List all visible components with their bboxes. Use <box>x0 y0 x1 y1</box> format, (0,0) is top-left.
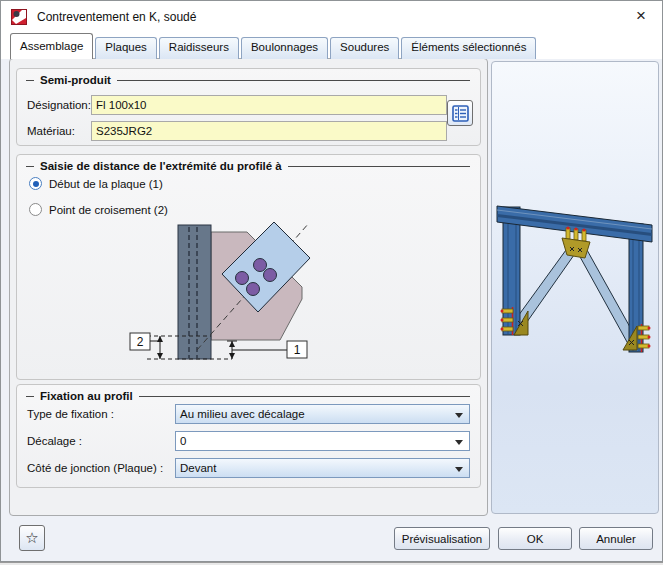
cote-de-jonction-label: Côté de jonction (Plaque) : <box>27 462 175 474</box>
decalage-combobox[interactable]: 0 <box>175 431 470 451</box>
selected-value: Devant <box>180 462 216 474</box>
k-bracing-preview <box>492 62 659 514</box>
preview-viewport-3d[interactable] <box>491 61 659 514</box>
distance-diagram: 2 1 <box>129 213 385 371</box>
group-header-line <box>139 396 470 397</box>
title-bar: Contreventement en K, soudé × <box>1 1 662 33</box>
bolt <box>247 283 260 296</box>
tab-assemblage[interactable]: Assemblage <box>10 33 93 59</box>
radio-button-checked <box>29 177 42 190</box>
anchor-tab <box>638 326 649 330</box>
tab-page-assemblage: Semi-produit Désignation: Matériau: <box>9 58 488 516</box>
chevron-down-icon <box>455 440 463 445</box>
group-header-dash <box>26 80 34 81</box>
close-icon[interactable]: × <box>630 5 652 27</box>
star-icon: ☆ <box>25 529 38 546</box>
group-semi-produit: Semi-produit Désignation: Matériau: <box>16 68 481 146</box>
designation-label: Désignation: <box>27 99 91 111</box>
cancel-button[interactable]: Annuler <box>579 527 653 550</box>
type-de-fixation-select[interactable]: Au milieu avec décalage <box>175 404 470 424</box>
dialog-window: Contreventement en K, soudé × Assemblage… <box>0 0 663 562</box>
dimension-label-2: 2 <box>137 335 144 349</box>
type-de-fixation-label: Type de fixation : <box>27 408 175 420</box>
chevron-down-icon <box>455 413 463 418</box>
chevron-down-icon <box>455 467 463 472</box>
beam-tab-plate <box>582 230 586 241</box>
radio-label: Début de la plaque (1) <box>49 178 163 190</box>
tab-bar: Assemblage Plaques Raidisseurs Boulonnag… <box>10 33 538 59</box>
window-title: Contreventement en K, soudé <box>37 10 196 24</box>
group-header-line <box>117 80 470 81</box>
anchor-tab <box>638 335 649 339</box>
preview-button[interactable]: Prévisualisation <box>394 527 490 550</box>
group-header-dash <box>26 396 34 397</box>
beam-tab-plate <box>566 228 570 239</box>
section-browse-button[interactable] <box>447 100 473 126</box>
dimension-label-1: 1 <box>294 343 301 357</box>
group-header-dash <box>26 166 34 167</box>
materiau-input[interactable] <box>91 121 447 141</box>
beam-tab-plate <box>574 229 578 240</box>
anchor-tab <box>502 327 513 331</box>
designation-input[interactable] <box>91 95 447 115</box>
cote-de-jonction-select[interactable]: Devant <box>175 458 470 478</box>
materiau-label: Matériau: <box>27 125 91 137</box>
tab-elements-selectionnes[interactable]: Éléments sélectionnés <box>401 37 536 59</box>
decalage-label: Décalage : <box>27 435 175 447</box>
left-brace <box>513 250 574 329</box>
anchor-tab <box>638 344 649 348</box>
group-fixation-au-profil: Fixation au profil Type de fixation : Au… <box>16 384 481 488</box>
bolt <box>236 272 249 285</box>
group-title: Semi-produit <box>40 74 111 86</box>
tab-plaques[interactable]: Plaques <box>95 37 157 59</box>
anchor-tab <box>502 318 513 322</box>
bolt <box>264 269 277 282</box>
left-column <box>503 207 520 335</box>
tab-soudures[interactable]: Soudures <box>330 37 399 59</box>
table-icon <box>452 105 469 122</box>
group-header-line <box>288 166 470 167</box>
group-saisie-distance: Saisie de distance de l'extrémité du pro… <box>16 154 481 380</box>
favorite-button[interactable]: ☆ <box>19 525 45 551</box>
bolt <box>254 259 267 272</box>
group-title: Fixation au profil <box>40 390 133 402</box>
radio-debut-de-la-plaque[interactable]: Début de la plaque (1) <box>29 177 163 190</box>
ok-button[interactable]: OK <box>498 527 572 550</box>
app-icon <box>11 9 27 25</box>
selected-value: 0 <box>180 435 186 447</box>
tab-raidisseurs[interactable]: Raidisseurs <box>159 37 239 59</box>
selected-value: Au milieu avec décalage <box>180 408 305 420</box>
anchor-tab <box>502 309 513 313</box>
group-title: Saisie de distance de l'extrémité du pro… <box>40 160 282 172</box>
radio-button-unchecked <box>29 203 42 216</box>
tab-boulonnages[interactable]: Boulonnages <box>241 37 328 59</box>
dialog-screenshot: Contreventement en K, soudé × Assemblage… <box>0 0 663 565</box>
column-profile <box>178 225 211 359</box>
